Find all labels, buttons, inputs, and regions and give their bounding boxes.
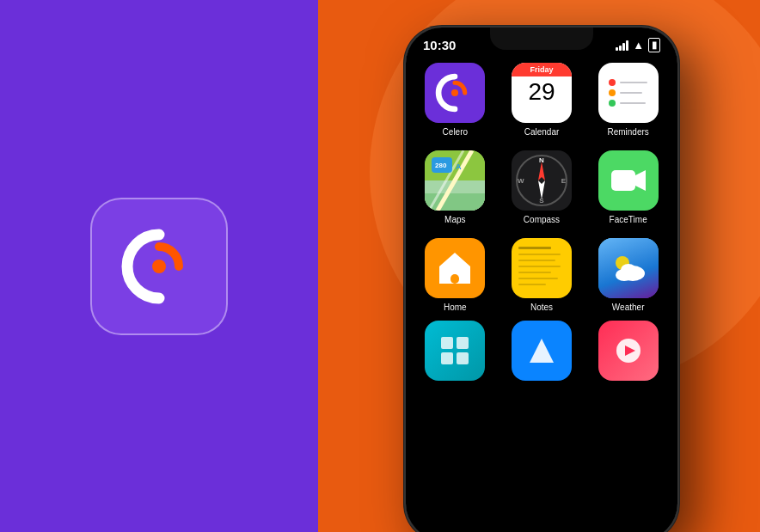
app-item-reminders[interactable]: Reminders	[591, 63, 665, 137]
app-item-home[interactable]: Home	[418, 238, 493, 312]
wifi-icon: ▲	[633, 39, 644, 52]
app-icon-dock-2	[512, 321, 572, 381]
app-label-calendar: Calendar	[524, 127, 560, 137]
status-icons: ▲ ▮	[616, 38, 660, 52]
app-icon-weather	[598, 238, 659, 298]
notes-lines	[512, 238, 572, 298]
app-item-facetime[interactable]: FaceTime	[591, 150, 665, 224]
svg-marker-8	[538, 162, 545, 180]
app-icon-facetime	[598, 150, 659, 211]
app-icon-dock-1	[425, 321, 485, 381]
app-icon-reminders	[598, 63, 659, 123]
svg-point-1	[451, 89, 458, 96]
svg-rect-22	[457, 352, 469, 364]
app-label-reminders: Reminders	[607, 127, 648, 137]
app-item-dock-3[interactable]	[591, 321, 665, 381]
status-time: 10:30	[423, 38, 456, 52]
app-icon-calendar: Friday 29	[512, 63, 572, 123]
svg-text:280: 280	[435, 162, 447, 169]
celero-logo	[116, 223, 202, 309]
phone-notch	[490, 28, 593, 50]
app-icon-home	[425, 238, 485, 298]
app-label-compass: Compass	[524, 215, 560, 224]
celero-app-icon-frame	[90, 198, 228, 335]
battery-icon: ▮	[648, 38, 660, 52]
app-icon-celero	[425, 63, 485, 123]
reminder-row-1	[609, 79, 647, 86]
app-label-home: Home	[444, 303, 467, 312]
phone-mockup: 10:30 ▲ ▮	[404, 26, 696, 532]
svg-rect-10	[611, 170, 635, 191]
svg-point-0	[152, 260, 166, 273]
left-panel	[0, 0, 318, 532]
svg-rect-14	[450, 274, 459, 284]
app-icon-notes	[512, 238, 572, 298]
svg-point-18	[621, 264, 636, 276]
app-item-weather[interactable]: Weather	[591, 238, 665, 312]
compass-rose: N S E W	[516, 155, 567, 206]
app-grid-row3: Home	[406, 231, 677, 319]
app-label-notes: Notes	[530, 303, 553, 312]
app-item-notes[interactable]: Notes	[505, 238, 579, 312]
app-label-weather: Weather	[612, 303, 645, 312]
dock-row	[406, 319, 677, 382]
reminder-row-3	[609, 100, 646, 107]
app-item-dock-2[interactable]	[505, 321, 579, 381]
phone-screen: 10:30 ▲ ▮	[406, 28, 677, 532]
svg-text:A: A	[456, 162, 462, 171]
app-label-maps: Maps	[444, 215, 465, 224]
app-icon-maps: 280 A	[425, 150, 485, 211]
phone-body: 10:30 ▲ ▮	[404, 26, 679, 532]
reminder-row-2	[609, 89, 642, 96]
app-icon-dock-3	[598, 321, 659, 381]
app-item-calendar[interactable]: Friday 29 Calendar	[505, 63, 579, 137]
svg-rect-21	[441, 352, 453, 364]
svg-rect-20	[457, 337, 469, 349]
app-label-facetime: FaceTime	[610, 215, 647, 224]
reminder-dots	[602, 72, 654, 113]
weather-display	[598, 238, 659, 298]
app-item-maps[interactable]: 280 A Maps	[418, 150, 493, 224]
app-item-dock-1[interactable]	[418, 321, 493, 381]
app-item-compass[interactable]: N S E W	[505, 150, 579, 224]
app-label-celero: Celero	[443, 127, 468, 137]
calendar-date: 29	[528, 80, 555, 104]
app-grid-row1: Celero Friday 29 Calendar	[406, 56, 677, 144]
calendar-day: Friday	[512, 63, 572, 76]
svg-marker-9	[538, 180, 545, 199]
app-icon-compass: N S E W	[512, 150, 572, 211]
signal-icon	[616, 40, 628, 51]
app-item-celero[interactable]: Celero	[418, 63, 493, 137]
app-grid-row2: 280 A Maps N	[406, 144, 677, 231]
svg-rect-19	[441, 337, 453, 349]
svg-marker-11	[635, 170, 646, 191]
right-panel: 10:30 ▲ ▮	[318, 0, 760, 532]
